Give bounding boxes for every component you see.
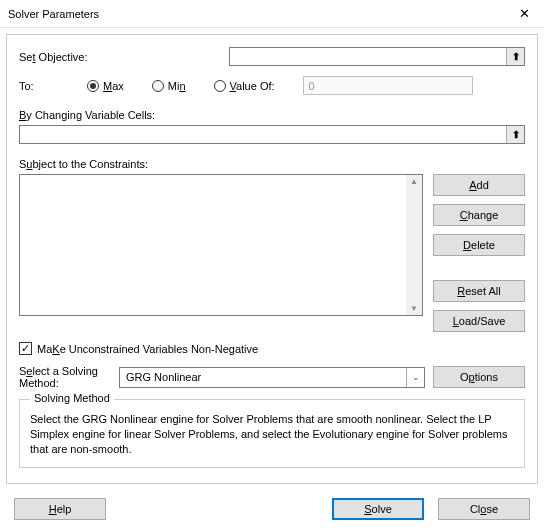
- objective-input[interactable]: [230, 48, 506, 65]
- load-save-button[interactable]: Load/Save: [433, 310, 525, 332]
- add-button[interactable]: Add: [433, 174, 525, 196]
- reset-all-button[interactable]: Reset All: [433, 280, 525, 302]
- radio-max-indicator: [87, 80, 99, 92]
- close-button[interactable]: Close: [438, 498, 530, 520]
- radio-min[interactable]: Min: [152, 80, 186, 92]
- to-label: To:: [19, 80, 59, 92]
- radio-min-indicator: [152, 80, 164, 92]
- main-panel: Set Objective: ⬆ To: Max Min Value Of: 0…: [6, 34, 538, 484]
- solving-method-value: GRG Nonlinear: [120, 371, 406, 383]
- changing-cells-label: By Changing Variable Cells:: [19, 109, 525, 121]
- scroll-up-icon[interactable]: ▲: [410, 177, 418, 186]
- solve-button[interactable]: Solve: [332, 498, 424, 520]
- constraints-label: Subject to the Constraints:: [19, 158, 525, 170]
- radio-max-label: Max: [103, 80, 124, 92]
- scroll-down-icon[interactable]: ▼: [410, 304, 418, 313]
- solving-method-label: Select a Solving Method:: [19, 365, 111, 389]
- help-button[interactable]: Help: [14, 498, 106, 520]
- chevron-down-icon: ⌄: [406, 368, 424, 387]
- listbox-scrollbar[interactable]: ▲ ▼: [406, 175, 422, 315]
- options-button[interactable]: Options: [433, 366, 525, 388]
- radio-value-label: Value Of:: [230, 80, 275, 92]
- dialog-buttons: Help Solve Close: [0, 490, 544, 520]
- radio-max[interactable]: Max: [87, 80, 124, 92]
- value-of-input: 0: [303, 76, 473, 95]
- constraints-listbox[interactable]: ▲ ▼: [19, 174, 423, 316]
- close-icon[interactable]: ✕: [504, 0, 544, 28]
- set-objective-label: Set Objective:: [19, 51, 229, 63]
- checkbox-icon: ✓: [19, 342, 32, 355]
- objective-input-group: ⬆: [229, 47, 525, 66]
- solving-method-group: Solving Method Select the GRG Nonlinear …: [19, 399, 525, 468]
- change-button[interactable]: Change: [433, 204, 525, 226]
- radio-value-of[interactable]: Value Of:: [214, 80, 275, 92]
- solving-method-dropdown[interactable]: GRG Nonlinear ⌄: [119, 367, 425, 388]
- objective-ref-icon[interactable]: ⬆: [506, 48, 524, 65]
- titlebar: Solver Parameters ✕: [0, 0, 544, 28]
- delete-button[interactable]: Delete: [433, 234, 525, 256]
- radio-min-label: Min: [168, 80, 186, 92]
- solving-method-description: Select the GRG Nonlinear engine for Solv…: [30, 412, 514, 457]
- changing-cells-ref-icon[interactable]: ⬆: [506, 126, 524, 143]
- unconstrained-nonneg-check[interactable]: ✓ MaKe Unconstrained Variables Non-Negat…: [19, 342, 525, 355]
- changing-cells-input[interactable]: [20, 126, 506, 143]
- window-title: Solver Parameters: [8, 8, 99, 20]
- unconstrained-label: MaKe Unconstrained Variables Non-Negativ…: [37, 343, 258, 355]
- changing-cells-group: ⬆: [19, 125, 525, 144]
- solving-method-group-title: Solving Method: [30, 392, 114, 404]
- radio-value-indicator: [214, 80, 226, 92]
